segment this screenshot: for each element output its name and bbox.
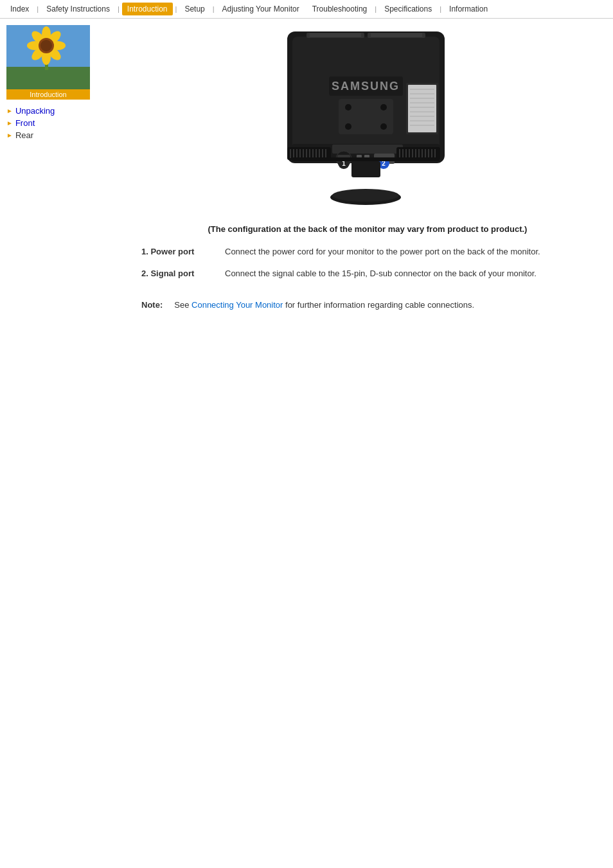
note-link-suffix: for further information regarding cable …	[283, 300, 474, 310]
svg-point-25	[380, 104, 387, 111]
nav-sep-3: |	[175, 5, 177, 13]
port-table: 1. Power port Connect the power cord for…	[141, 243, 594, 286]
nav-sep-5: |	[375, 5, 377, 13]
link-rear[interactable]: Rear	[15, 130, 33, 140]
intro-thumbnail	[6, 25, 90, 89]
port-2-desc: Connect the signal cable to the 15-pin, …	[225, 265, 594, 287]
nav-bar: Index | Safety Instructions | Introducti…	[0, 0, 613, 19]
nav-adjusting[interactable]: Adjusting Your Monitor	[217, 3, 305, 15]
link-front[interactable]: Front	[15, 118, 35, 128]
intro-label: Introduction	[6, 89, 90, 100]
svg-point-27	[380, 123, 387, 130]
nav-specifications[interactable]: Specifications	[379, 3, 437, 15]
svg-point-12	[40, 40, 52, 51]
note-label: Note:	[141, 300, 163, 310]
port-2-label: 2. Signal port	[141, 265, 225, 287]
svg-rect-16	[368, 33, 425, 38]
svg-rect-78	[351, 161, 380, 177]
nav-information[interactable]: Information	[444, 3, 493, 15]
note-link[interactable]: Connecting Your Monitor	[191, 300, 283, 310]
nav-sep-2: |	[118, 5, 120, 13]
table-row-signal: 2. Signal port Connect the signal cable …	[141, 265, 594, 287]
port-1-label: 1. Power port	[141, 243, 225, 265]
svg-text:SAMSUNG: SAMSUNG	[332, 80, 400, 93]
nav-sep-6: |	[440, 5, 441, 13]
svg-rect-1	[6, 67, 90, 89]
svg-point-24	[345, 104, 351, 111]
main-content: SAMSUNG	[129, 25, 607, 312]
svg-rect-15	[306, 33, 364, 38]
arrow-icon-front: ►	[6, 120, 13, 127]
sidebar-item-unpacking[interactable]: ► Unpacking	[6, 106, 129, 116]
nav-safety[interactable]: Safety Instructions	[41, 3, 115, 15]
sidebar: Introduction ► Unpacking ► Front ► Rear	[6, 25, 129, 312]
nav-sep-4: |	[213, 5, 215, 13]
arrow-icon-unpacking: ►	[6, 107, 13, 114]
arrow-icon-rear: ►	[6, 132, 13, 139]
note-section: Note: See Connecting Your Monitor for fu…	[141, 299, 594, 312]
monitor-image-container: SAMSUNG	[141, 25, 594, 211]
svg-point-26	[345, 123, 351, 130]
table-row-power: 1. Power port Connect the power cord for…	[141, 243, 594, 265]
svg-point-80	[332, 189, 399, 202]
nav-introduction[interactable]: Introduction	[122, 3, 173, 15]
nav-troubleshooting[interactable]: Troubleshooting	[307, 3, 373, 15]
monitor-rear-svg: SAMSUNG	[268, 25, 467, 211]
sidebar-links: ► Unpacking ► Front ► Rear	[6, 106, 129, 140]
nav-setup[interactable]: Setup	[179, 3, 209, 15]
sidebar-item-rear[interactable]: ► Rear	[6, 130, 129, 140]
nav-sep-1: |	[37, 5, 39, 13]
main-layout: Introduction ► Unpacking ► Front ► Rear	[0, 19, 613, 319]
link-unpacking[interactable]: Unpacking	[15, 106, 55, 116]
port-1-desc: Connect the power cord for your monitor …	[225, 243, 594, 265]
note-text: See	[174, 300, 191, 310]
nav-index[interactable]: Index	[5, 3, 34, 15]
svg-rect-81	[292, 157, 440, 161]
sidebar-item-front[interactable]: ► Front	[6, 118, 129, 128]
config-note: (The configuration at the back of the mo…	[141, 224, 594, 234]
